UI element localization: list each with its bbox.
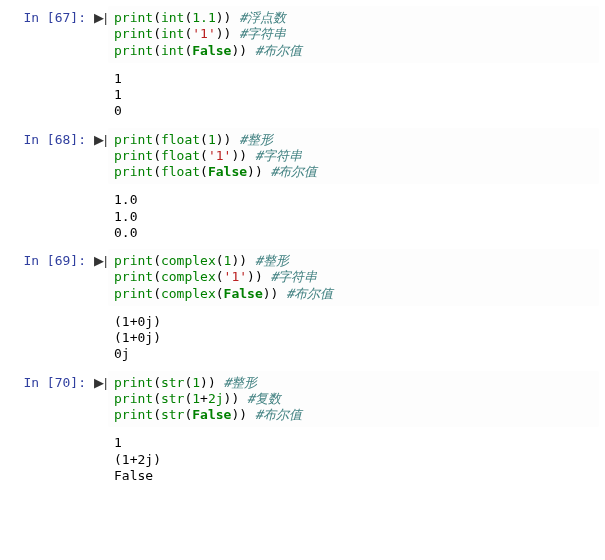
output-prompt <box>6 188 94 245</box>
code-cell: In [69]: ▶| print(complex(1)) #整形 print(… <box>6 249 599 306</box>
code-output: 1 1 0 <box>108 67 599 124</box>
code-input[interactable]: print(str(1)) #整形 print(str(1+2j)) #复数 p… <box>108 371 599 428</box>
output-prompt <box>6 431 94 488</box>
output-cell: 1.0 1.0 0.0 <box>6 188 599 245</box>
input-prompt: In [68]: <box>6 128 94 185</box>
output-prompt <box>6 310 94 367</box>
code-output: 1 (1+2j) False <box>108 431 599 488</box>
run-cell-icon[interactable]: ▶| <box>94 249 108 306</box>
run-cell-icon[interactable]: ▶| <box>94 128 108 185</box>
output-cell: (1+0j) (1+0j) 0j <box>6 310 599 367</box>
code-cell: In [68]: ▶| print(float(1)) #整形 print(fl… <box>6 128 599 185</box>
input-prompt: In [70]: <box>6 371 94 428</box>
output-prompt <box>6 67 94 124</box>
code-cell: In [67]: ▶| print(int(1.1)) #浮点数 print(i… <box>6 6 599 63</box>
run-cell-icon[interactable]: ▶| <box>94 6 108 63</box>
run-cell-icon[interactable]: ▶| <box>94 371 108 428</box>
code-input[interactable]: print(float(1)) #整形 print(float('1')) #字… <box>108 128 599 185</box>
code-input[interactable]: print(int(1.1)) #浮点数 print(int('1')) #字符… <box>108 6 599 63</box>
code-input[interactable]: print(complex(1)) #整形 print(complex('1')… <box>108 249 599 306</box>
code-cell: In [70]: ▶| print(str(1)) #整形 print(str(… <box>6 371 599 428</box>
input-prompt: In [69]: <box>6 249 94 306</box>
output-cell: 1 1 0 <box>6 67 599 124</box>
output-cell: 1 (1+2j) False <box>6 431 599 488</box>
code-output: (1+0j) (1+0j) 0j <box>108 310 599 367</box>
input-prompt: In [67]: <box>6 6 94 63</box>
code-output: 1.0 1.0 0.0 <box>108 188 599 245</box>
